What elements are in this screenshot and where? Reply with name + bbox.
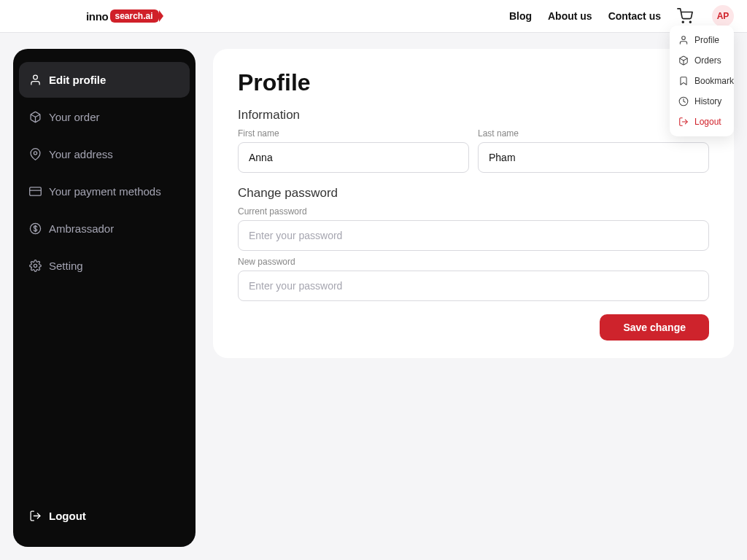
name-row: First name Last name <box>238 128 709 173</box>
svg-point-2 <box>682 36 686 40</box>
dropdown-label: History <box>694 96 721 106</box>
sidebar-item-your-address[interactable]: Your address <box>19 136 190 172</box>
sidebar-item-label: Setting <box>49 260 83 272</box>
header: inno search.ai Blog About us Contact us … <box>0 0 747 33</box>
gear-icon <box>29 260 42 272</box>
sidebar-item-setting[interactable]: Setting <box>19 248 190 284</box>
credit-card-icon <box>29 185 42 198</box>
svg-point-13 <box>34 264 36 267</box>
sidebar-list: Edit profile Your order Your address You… <box>19 62 190 284</box>
dropdown-label: Logout <box>694 117 721 127</box>
user-icon <box>29 74 42 86</box>
profile-card: Profile Information First name Last name… <box>213 49 734 358</box>
first-name-field: First name <box>238 128 469 173</box>
dropdown-label: Profile <box>694 35 719 45</box>
sidebar-item-label: Your payment methods <box>49 185 161 198</box>
logout-icon <box>29 510 42 522</box>
new-password-field: New password <box>238 257 709 301</box>
nav-about[interactable]: About us <box>548 10 592 22</box>
new-password-input[interactable] <box>238 271 709 301</box>
sidebar-item-label: Ambrassador <box>49 222 114 235</box>
sidebar-item-edit-profile[interactable]: Edit profile <box>19 62 190 98</box>
clock-icon <box>678 96 689 106</box>
page-title: Profile <box>238 69 709 96</box>
sidebar: Edit profile Your order Your address You… <box>13 49 196 547</box>
current-password-input[interactable] <box>238 220 709 251</box>
dropdown-logout[interactable]: Logout <box>670 112 734 132</box>
svg-point-0 <box>682 21 684 23</box>
bookmark-icon <box>678 76 689 86</box>
svg-point-8 <box>34 152 36 155</box>
nav-blog[interactable]: Blog <box>509 10 532 22</box>
sidebar-item-ambassador[interactable]: Ambrassador <box>19 211 190 246</box>
top-nav: Blog About us Contact us AP <box>509 5 734 27</box>
dropdown-history[interactable]: History <box>670 91 734 112</box>
main: Edit profile Your order Your address You… <box>0 33 747 560</box>
box-icon <box>29 111 42 123</box>
sidebar-item-label: Edit profile <box>49 74 106 86</box>
svg-point-6 <box>34 75 38 79</box>
nav-contact[interactable]: Contact us <box>608 10 661 22</box>
section-information: Information <box>238 108 709 122</box>
logo-badge: search.ai <box>110 9 158 23</box>
new-password-label: New password <box>238 257 709 267</box>
svg-rect-9 <box>30 187 42 195</box>
sidebar-item-payment[interactable]: Your payment methods <box>19 174 190 209</box>
box-icon <box>678 55 689 66</box>
dropdown-orders[interactable]: Orders <box>670 50 734 71</box>
avatar[interactable]: AP <box>712 5 734 27</box>
current-password-field: Current password <box>238 206 709 251</box>
logo[interactable]: inno search.ai <box>86 9 159 23</box>
user-dropdown: Profile Orders Bookmark History Logout <box>670 26 734 136</box>
logo-prefix: inno <box>86 10 108 23</box>
dropdown-profile[interactable]: Profile <box>670 30 734 50</box>
svg-point-1 <box>689 21 691 23</box>
sidebar-item-your-order[interactable]: Your order <box>19 99 190 135</box>
dropdown-label: Orders <box>694 55 721 66</box>
cart-icon[interactable] <box>677 8 693 24</box>
sidebar-item-label: Logout <box>49 510 86 522</box>
last-name-input[interactable] <box>478 142 709 173</box>
sidebar-item-label: Your order <box>49 111 100 123</box>
sidebar-footer: Logout <box>19 498 190 534</box>
first-name-label: First name <box>238 128 469 139</box>
first-name-input[interactable] <box>238 142 469 173</box>
user-icon <box>678 35 689 45</box>
sidebar-item-label: Your address <box>49 148 113 160</box>
sidebar-item-logout[interactable]: Logout <box>19 498 190 534</box>
current-password-label: Current password <box>238 206 709 217</box>
dropdown-label: Bookmark <box>694 76 734 86</box>
section-change-password: Change password <box>238 186 709 201</box>
logout-icon <box>678 117 689 127</box>
actions-row: Save change <box>238 314 709 341</box>
map-pin-icon <box>29 148 42 160</box>
dropdown-bookmark[interactable]: Bookmark <box>670 71 734 91</box>
save-button[interactable]: Save change <box>600 314 709 341</box>
dollar-icon <box>29 222 42 235</box>
